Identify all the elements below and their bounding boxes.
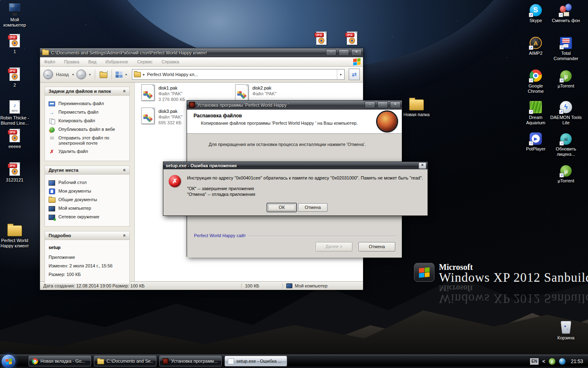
menu-view[interactable]: Вид [88, 59, 96, 64]
pak-file-icon [235, 84, 248, 101]
chevron-up-icon[interactable]: » [122, 90, 127, 93]
minimize-button[interactable]: – [365, 101, 375, 108]
desktop-icon-jpg-2[interactable]: JPG 2 [0, 67, 29, 88]
desktop-icon-potplayer[interactable]: ▶ PotPlayer [521, 131, 550, 152]
maximize-button[interactable]: □ [377, 101, 388, 108]
task-publish-file[interactable]: Опубликовать файл в вебе [49, 127, 126, 132]
place-shared-documents[interactable]: Общие документы [49, 197, 126, 203]
desktop-icon-google-chrome[interactable]: Google Chrome [521, 68, 550, 94]
forward-button[interactable]: → [76, 70, 86, 79]
places-section-header[interactable]: Другие места » [45, 166, 129, 175]
desktop-icon-utorrent-2[interactable]: µ µTorrent [551, 163, 581, 184]
address-bar[interactable]: ▸ Perfect World Happy кл... ▼ [132, 69, 345, 80]
file-disk1[interactable]: disk1.pak Файл "PAK" 3 276 800 КБ [141, 84, 226, 102]
place-my-computer[interactable]: Мой компьютер [49, 206, 126, 211]
menu-tools[interactable]: Сервис [137, 59, 153, 64]
error-titlebar[interactable]: setup.exe - Ошибка приложения × [163, 162, 428, 169]
desktop-icon-total-commander[interactable]: Total Commander [551, 35, 581, 61]
tray-app-icon[interactable] [559, 358, 566, 365]
chrome-icon [530, 70, 542, 82]
menu-file[interactable]: Файл [44, 59, 55, 64]
close-button[interactable]: × [351, 49, 362, 56]
address-text[interactable]: Perfect World Happy кл... [147, 72, 335, 77]
desktop-icon-update-license[interactable]: ☠ Обновить лиценз... [551, 131, 581, 157]
tray-collapse-arrow[interactable]: < [542, 359, 545, 364]
task-email-file[interactable]: ✉Отправить этот файл по электронной почт… [49, 135, 126, 146]
taskbar-button-explorer[interactable]: C:\Documents and Se... [94, 356, 156, 366]
desktop-icon-jpg-3123121[interactable]: JPG 3123121 [0, 162, 29, 183]
back-button[interactable]: ← [43, 70, 53, 79]
menu-help[interactable]: Справка [162, 59, 179, 64]
address-dropdown-button[interactable]: ▼ [337, 70, 344, 79]
refresh-button[interactable]: ⇄ [349, 69, 360, 80]
desktop-icon-jpg-1[interactable]: JPG 1 [0, 34, 29, 54]
file-disk2[interactable]: disk2.pak Файл "PAK" [235, 84, 320, 101]
desktop-icon-daemon-tools[interactable]: ϟ DAEMON Tools Lite [550, 99, 582, 126]
task-rename-file[interactable]: Переименовать файл [49, 101, 126, 107]
close-button[interactable]: × [419, 162, 426, 169]
forward-dropdown-icon[interactable]: ▼ [88, 73, 91, 76]
dream-aquarium-icon [530, 101, 542, 113]
desktop-icon-my-computer[interactable]: Мой компьютер [0, 2, 29, 28]
utorrent-tray-icon[interactable]: µ [549, 358, 555, 365]
taskbar-button-chrome[interactable]: Новая вкладка - Go... [29, 356, 91, 366]
desktop-icon-utorrent-1[interactable]: µ µTorrent [551, 68, 581, 89]
explorer-titlebar[interactable]: C:\Documents and Settings\Admin\Рабочий … [40, 48, 363, 57]
menu-edit[interactable]: Правка [64, 59, 79, 64]
desktop-icon-mp3[interactable]: ♪ MP3 Robin Thicke - Blurred Line... [0, 100, 29, 126]
error-message: Инструкция по адресу "0x00401cee" обрати… [187, 175, 425, 181]
clock[interactable]: 21:53 [571, 359, 583, 364]
back-dropdown-icon[interactable]: ▼ [72, 73, 75, 76]
installer-titlebar[interactable]: Установка программы 'Perfect World Happy… [187, 101, 402, 110]
jpg-file-icon: JPG [9, 67, 20, 81]
minimize-button[interactable]: – [326, 49, 336, 56]
skull-icon: ☠ [560, 133, 572, 145]
place-network[interactable]: Сетевое окружение [49, 214, 126, 220]
details-modified: Изменен: 2 июля 2014 г., 15:56 [49, 263, 126, 268]
desktop-icon-pw-folder[interactable]: Perfect World Happy клиент [0, 222, 29, 249]
task-copy-file[interactable]: Копировать файл [49, 118, 126, 124]
place-my-documents[interactable]: Мои документы [49, 188, 126, 194]
shortcut-arrow-icon [559, 110, 564, 114]
task-delete-file[interactable]: ✗Удалить файл [49, 149, 126, 155]
details-section-header[interactable]: Подробно » [45, 231, 129, 240]
next-button[interactable]: Далее > [316, 242, 352, 251]
chevron-up-icon[interactable]: » [122, 234, 127, 237]
desktop-icon-dream-aquarium[interactable]: Dream Aquarium [521, 99, 550, 126]
views-dropdown-icon[interactable]: ▼ [125, 73, 127, 76]
desktop-icon-skype[interactable]: S Skype [521, 2, 550, 23]
task-move-file[interactable]: →Переместить файл [49, 110, 126, 115]
stars [0, 0, 0, 0]
website-link[interactable]: Perfect World Happy сайт [192, 233, 248, 238]
close-button[interactable]: × [390, 101, 401, 108]
explorer-task-pane: Задачи для файлов и папок » Переименоват… [40, 83, 135, 281]
views-button[interactable] [116, 72, 122, 78]
pak-file-icon [141, 108, 154, 124]
place-desktop[interactable]: Рабочий стол [49, 180, 126, 186]
desktop-icon-jpg-top-2[interactable]: JPG [337, 31, 367, 45]
potplayer-icon: ▶ [530, 132, 542, 145]
shortcut-arrow-icon [559, 141, 564, 146]
error-cancel-button[interactable]: Отмена [298, 203, 327, 212]
taskbar-button-error[interactable]: setup.exe - Ошибка ... [225, 356, 287, 366]
shortcut-arrow-icon [559, 13, 563, 17]
taskbar-button-installer[interactable]: Установка программ... [159, 356, 222, 366]
desktop-icon-new-folder[interactable]: Новая папка [402, 96, 431, 117]
desktop-icon-change-background[interactable]: Сменить фон [551, 2, 581, 23]
toolbar-separator [111, 70, 112, 79]
desktop-icon-jpg-eeeee[interactable]: JPG eeeee [0, 128, 29, 149]
maximize-button[interactable]: □ [339, 49, 349, 56]
start-button[interactable] [1, 354, 16, 368]
installer-cancel-button[interactable]: Отмена [359, 242, 395, 251]
tasks-section-header[interactable]: Задачи для файлов и папок » [45, 87, 129, 96]
back-label[interactable]: Назад [56, 72, 69, 77]
ok-button[interactable]: ОК [267, 203, 296, 212]
copy-icon [49, 119, 55, 123]
up-button[interactable]: ↑ [99, 71, 108, 78]
desktop-icon-recycle-bin[interactable]: Корзина [551, 320, 581, 341]
menu-favorites[interactable]: Избранное [105, 59, 128, 64]
language-indicator[interactable]: EN [530, 358, 539, 365]
desktop-icon-aimp2[interactable]: A AIMP2 [521, 35, 550, 56]
chevron-up-icon[interactable]: » [122, 169, 127, 172]
desktop-icon-jpg-top-1[interactable]: JPG [307, 31, 336, 45]
